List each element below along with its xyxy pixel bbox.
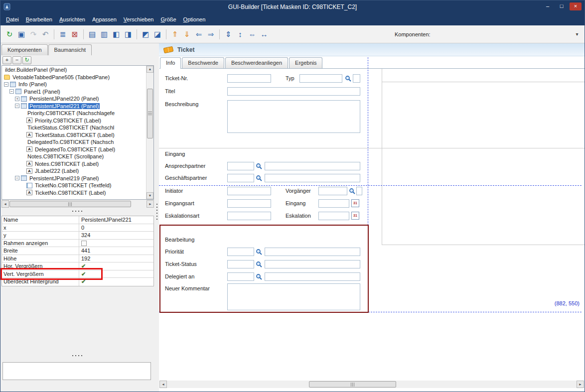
- lookup-icon[interactable]: [256, 273, 262, 280]
- checkmark-icon[interactable]: ✔: [81, 278, 86, 284]
- property-value[interactable]: ✔: [79, 278, 153, 286]
- scrollbar-thumb[interactable]: [309, 381, 396, 388]
- tree-item[interactable]: −PersistentJPanel221 (Panel): [2, 103, 146, 110]
- shrink-vertical-icon[interactable]: ↕: [235, 29, 246, 40]
- property-row[interactable]: Vert. Vergrößern✔: [2, 270, 153, 278]
- calendar-icon[interactable]: 31: [351, 199, 359, 207]
- tree-item[interactable]: Notes.C98TICKET (Scrollpane): [2, 153, 146, 160]
- scroll-up-button[interactable]: ▲: [146, 66, 153, 73]
- lookup-icon[interactable]: [345, 75, 351, 82]
- property-row[interactable]: Überdeckt Hintergrund✔: [2, 278, 153, 286]
- refresh-icon[interactable]: ↻: [4, 29, 15, 40]
- tree-item[interactable]: −PersistentJPanel219 (Panel): [2, 175, 146, 182]
- prioritaet-input[interactable]: [227, 248, 254, 256]
- initiator-input[interactable]: [227, 187, 271, 195]
- menu-item-datei[interactable]: Datei: [2, 14, 22, 24]
- vorgaenger-input[interactable]: [318, 187, 347, 195]
- collapse-all-button[interactable]: −: [12, 56, 21, 64]
- tree-item[interactable]: VetoableTabbedPane505 (TabbedPane): [2, 74, 146, 81]
- tree-vertical-scrollbar[interactable]: ▲ ▼: [146, 66, 153, 199]
- menu-item-ausrichten[interactable]: Ausrichten: [56, 14, 89, 24]
- shrink-horizontal-icon[interactable]: ↔: [259, 29, 270, 40]
- checkmark-icon[interactable]: ✔: [81, 263, 86, 269]
- scrollbar-thumb[interactable]: [9, 201, 131, 207]
- scroll-down-button[interactable]: ▼: [146, 192, 153, 199]
- menu-item-groesse[interactable]: Größe: [157, 14, 179, 24]
- tree-item[interactable]: Priority.C98TICKET (Nachschlagefe: [2, 110, 146, 117]
- property-value[interactable]: 441: [79, 247, 153, 255]
- move-up-icon[interactable]: ⇑: [169, 29, 180, 40]
- typ-extra-input[interactable]: [353, 74, 360, 83]
- form-tab-beschwerde[interactable]: Beschwerde: [182, 57, 224, 68]
- tab-baumansicht[interactable]: Baumansicht: [48, 44, 92, 55]
- lookup-icon[interactable]: [256, 163, 262, 169]
- tab-komponenten[interactable]: Komponenten: [1, 44, 48, 55]
- neuer-kommentar-textarea[interactable]: [227, 283, 360, 310]
- ticket-status-text-input[interactable]: [265, 260, 360, 268]
- tree-item[interactable]: ATicketNo.C98TICKET (Label): [2, 189, 146, 197]
- tree-item[interactable]: AJLabel222 (Label): [2, 167, 146, 175]
- lookup-icon[interactable]: [256, 249, 262, 255]
- align-top-icon[interactable]: ◩: [140, 29, 151, 40]
- save-icon[interactable]: ▣: [16, 29, 27, 40]
- expand-structure-icon[interactable]: ≣: [57, 29, 68, 40]
- scroll-right-button[interactable]: ►: [577, 381, 584, 388]
- scroll-left-button[interactable]: ◄: [159, 381, 167, 388]
- eskalationsart-input[interactable]: [227, 212, 271, 220]
- move-down-icon[interactable]: ⇓: [181, 29, 192, 40]
- property-row[interactable]: NamePersistentJPanel221: [2, 216, 153, 224]
- remove-component-icon[interactable]: ⊠: [69, 29, 80, 40]
- form-tab-info[interactable]: Info: [160, 57, 181, 69]
- tree-item[interactable]: −Info (Panel): [2, 81, 146, 88]
- prioritaet-text-input[interactable]: [265, 248, 360, 256]
- tree-item[interactable]: ilder.BuilderPanel (Panel): [2, 66, 146, 74]
- property-row[interactable]: y324: [2, 232, 153, 240]
- titel-input[interactable]: [227, 87, 360, 96]
- menu-item-optionen[interactable]: Optionen: [180, 14, 209, 24]
- collapse-icon[interactable]: −: [15, 104, 19, 108]
- panel-columns-icon[interactable]: ▥: [99, 29, 110, 40]
- checkmark-icon[interactable]: ✔: [81, 271, 86, 277]
- lookup-icon[interactable]: [256, 261, 262, 267]
- grow-vertical-icon[interactable]: ⇕: [223, 29, 234, 40]
- ansprechpartner-input[interactable]: [227, 162, 254, 170]
- property-row[interactable]: x0: [2, 224, 153, 232]
- eingangsart-input[interactable]: [227, 199, 271, 208]
- undo-icon[interactable]: ↶: [40, 29, 51, 40]
- scroll-right-button[interactable]: ►: [146, 200, 154, 208]
- property-value[interactable]: [79, 240, 153, 247]
- delegiert-an-input[interactable]: [227, 272, 254, 281]
- horizontal-splitter[interactable]: [0, 209, 155, 214]
- vertical-splitter[interactable]: [155, 43, 159, 392]
- form-tab-ergebnis[interactable]: Ergebnis: [289, 57, 322, 68]
- property-value[interactable]: 0: [79, 224, 153, 232]
- maximize-button[interactable]: □: [556, 2, 568, 10]
- tree-item[interactable]: ANotes.C98TICKET (Label): [2, 160, 146, 168]
- collapse-icon[interactable]: −: [4, 82, 8, 87]
- collapse-icon[interactable]: −: [15, 176, 19, 180]
- vorgaenger-extra-input[interactable]: [356, 187, 362, 195]
- geschaeftspartner-text-input[interactable]: [265, 174, 360, 182]
- align-right-icon[interactable]: ◨: [123, 29, 134, 40]
- property-row[interactable]: Hor. Vergrößern✔: [2, 262, 153, 270]
- checkbox-unchecked[interactable]: [81, 241, 87, 246]
- tree-item[interactable]: DelegatedTo.C98TICKET (Nachsch: [2, 138, 146, 146]
- expand-all-button[interactable]: +: [2, 56, 11, 64]
- property-value[interactable]: ✔: [79, 262, 153, 270]
- menu-item-anpassen[interactable]: Anpassen: [89, 14, 120, 24]
- property-row[interactable]: Breite441: [2, 247, 153, 255]
- tree-item[interactable]: APriority.C98TICKET (Label): [2, 117, 146, 125]
- collapse-icon[interactable]: −: [9, 89, 14, 94]
- calendar-icon[interactable]: 31: [351, 212, 359, 220]
- minimize-button[interactable]: –: [542, 2, 554, 10]
- close-button[interactable]: ×: [570, 2, 582, 10]
- designer-horizontal-scrollbar[interactable]: ◄ ►: [159, 381, 584, 388]
- chevron-down-icon[interactable]: ▾: [573, 31, 582, 37]
- grow-horizontal-icon[interactable]: ⇔: [247, 29, 258, 40]
- scrollbar-thumb[interactable]: [147, 89, 153, 138]
- ticket-nr-input[interactable]: [227, 74, 271, 83]
- lookup-icon[interactable]: [349, 188, 355, 194]
- eskalation-date-input[interactable]: [318, 212, 349, 220]
- tree-item[interactable]: ATicketStatus.C98TICKET (Label): [2, 131, 146, 139]
- move-right-icon[interactable]: ⇒: [205, 29, 216, 40]
